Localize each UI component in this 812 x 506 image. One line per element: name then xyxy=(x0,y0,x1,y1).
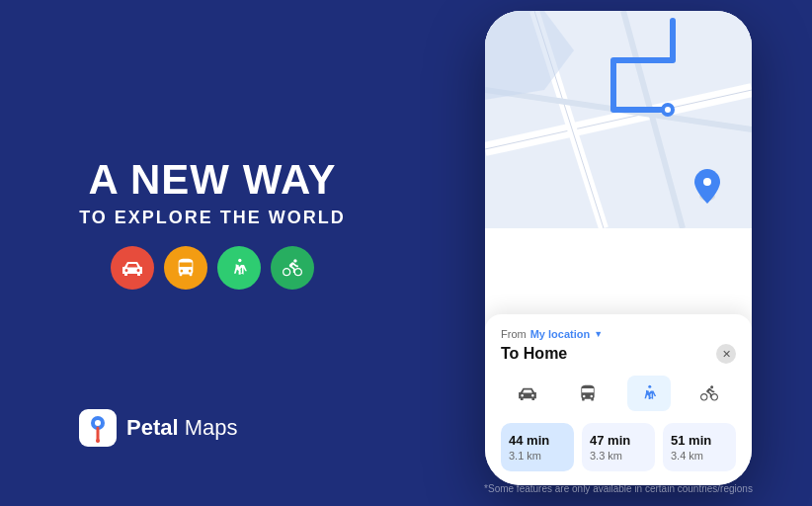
dist-value-3: 3.4 km xyxy=(671,450,728,462)
destination-label: To Home xyxy=(501,345,567,363)
logo-petal: Petal xyxy=(126,415,179,440)
nav-card: From My location ▼ To Home ✕ xyxy=(485,314,752,485)
right-section: From My location ▼ To Home ✕ xyxy=(425,0,812,506)
svg-point-0 xyxy=(238,258,241,261)
bike-icon xyxy=(271,246,314,290)
dist-value-2: 3.3 km xyxy=(590,450,647,462)
my-location: My location xyxy=(530,328,591,340)
from-line: From My location ▼ xyxy=(501,328,736,340)
time-value-3: 51 min xyxy=(671,433,728,448)
time-options: 44 min 3.1 km 47 min 3.3 km 51 min 3.4 k… xyxy=(501,423,736,471)
transport-icons xyxy=(111,246,314,290)
svg-point-15 xyxy=(703,178,711,186)
bus-icon xyxy=(164,246,207,290)
mode-tabs xyxy=(501,376,736,411)
time-value-2: 47 min xyxy=(590,433,647,448)
phone-mockup: From My location ▼ To Home ✕ xyxy=(485,11,752,485)
car-mode-tab[interactable] xyxy=(506,376,549,411)
bus-mode-tab[interactable] xyxy=(566,376,609,411)
time-option-3[interactable]: 51 min 3.4 km xyxy=(663,423,736,471)
headline: A NEW WAY TO EXPLORE THE WORLD xyxy=(79,157,346,227)
headline-sub: TO EXPLORE THE WORLD xyxy=(79,208,346,228)
walk-mode-tab[interactable] xyxy=(627,376,671,411)
disclaimer-text: *Some features are only available in cer… xyxy=(425,483,812,494)
svg-point-3 xyxy=(95,420,101,426)
svg-point-16 xyxy=(648,385,651,388)
time-option-1[interactable]: 44 min 3.1 km xyxy=(501,423,574,471)
petal-maps-logo xyxy=(79,409,117,447)
close-button[interactable]: ✕ xyxy=(716,344,736,364)
map-area xyxy=(485,11,752,228)
logo-text: Petal Maps xyxy=(126,415,238,441)
time-option-2[interactable]: 47 min 3.3 km xyxy=(582,423,655,471)
dist-value-1: 3.1 km xyxy=(509,450,566,462)
left-section: A NEW WAY TO EXPLORE THE WORLD xyxy=(0,0,425,506)
chevron-down-icon[interactable]: ▼ xyxy=(594,329,603,339)
walk-icon xyxy=(217,246,261,290)
from-label: From xyxy=(501,328,527,340)
svg-point-4 xyxy=(96,439,100,443)
bike-mode-tab[interactable] xyxy=(688,376,731,411)
svg-point-13 xyxy=(665,107,671,113)
logo-maps: Maps xyxy=(179,415,238,440)
to-line: To Home ✕ xyxy=(501,344,736,364)
car-icon xyxy=(111,246,154,290)
headline-main: A NEW WAY xyxy=(79,157,346,203)
logo-section: Petal Maps xyxy=(79,409,238,447)
time-value-1: 44 min xyxy=(509,433,566,448)
